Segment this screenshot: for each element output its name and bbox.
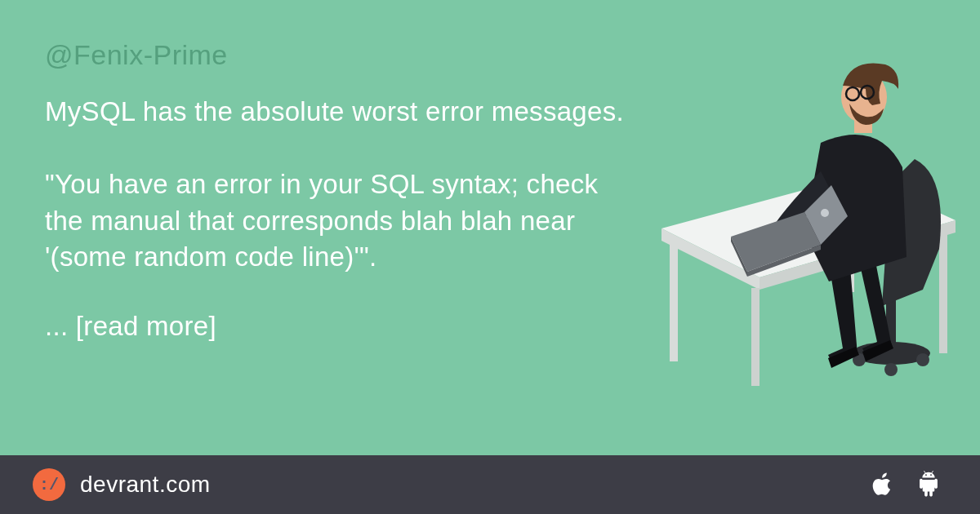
svg-point-4 xyxy=(884,363,898,376)
android-icon[interactable] xyxy=(916,471,941,498)
svg-point-15 xyxy=(821,209,829,217)
site-name[interactable]: devrant.com xyxy=(80,472,211,498)
avatar-illustration xyxy=(653,45,964,396)
logo-glyph: :/ xyxy=(39,476,59,494)
rant-body: MySQL has the absolute worst error messa… xyxy=(45,94,633,276)
svg-point-3 xyxy=(916,353,929,366)
desk-leg xyxy=(939,231,947,353)
platform-icons xyxy=(871,471,941,498)
share-card: @Fenix-Prime MySQL has the absolute wors… xyxy=(0,0,980,514)
desk-leg xyxy=(751,288,760,386)
apple-icon[interactable] xyxy=(871,471,895,498)
read-more-link[interactable]: ... [read more] xyxy=(45,308,633,345)
devrant-logo[interactable]: :/ xyxy=(33,468,65,501)
author-handle[interactable]: @Fenix-Prime xyxy=(45,39,633,71)
footer-bar: :/ devrant.com xyxy=(0,455,980,514)
desk-leg xyxy=(670,239,678,361)
content-block: @Fenix-Prime MySQL has the absolute wors… xyxy=(45,39,633,344)
